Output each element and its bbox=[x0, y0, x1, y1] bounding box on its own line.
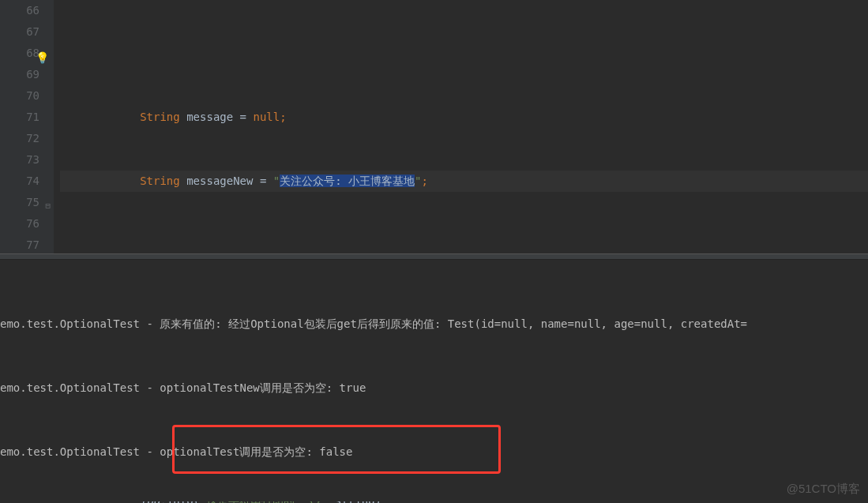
console-line: emo.test.OptionalTest - optionalTestNew调… bbox=[0, 377, 868, 399]
line-number: 74 bbox=[0, 171, 39, 192]
run-console[interactable]: emo.test.OptionalTest - 原来有值的: 经过Optiona… bbox=[0, 260, 868, 501]
intention-bulb-icon[interactable]: 💡 bbox=[36, 47, 49, 69]
code-editor[interactable]: 66 67 68 69 70 71 72 73 74 75 76 77 💡 ⊟ … bbox=[0, 0, 868, 253]
line-number: 76 bbox=[0, 213, 39, 235]
line-number: 72 bbox=[0, 128, 39, 149]
code-line[interactable] bbox=[60, 43, 868, 64]
line-number: 73 bbox=[0, 149, 39, 171]
code-line[interactable] bbox=[60, 235, 868, 256]
console-line: emo.test.OptionalTest - 原来有值的: 经过Optiona… bbox=[0, 313, 868, 335]
line-number: 71 bbox=[0, 107, 39, 128]
code-area[interactable]: String message = null; String messageNew… bbox=[54, 0, 868, 253]
fold-minus-icon[interactable]: ⊟ bbox=[45, 195, 51, 216]
console-output: emo.test.OptionalTest - 原来有值的: 经过Optiona… bbox=[0, 271, 868, 503]
line-number: 77 bbox=[0, 235, 39, 256]
line-number-gutter: 66 67 68 69 70 71 72 73 74 75 76 77 💡 ⊟ bbox=[0, 0, 54, 253]
line-number: 68 bbox=[0, 43, 39, 64]
line-number: 70 bbox=[0, 85, 39, 107]
line-number: 67 bbox=[0, 21, 39, 43]
line-number: 69 bbox=[0, 64, 39, 85]
code-line-current[interactable]: String messageNew = "关注公众号: 小王博客基地"; bbox=[60, 171, 868, 192]
watermark-label: @51CTO博客 bbox=[787, 482, 860, 497]
line-number: 75 bbox=[0, 192, 39, 213]
line-number: 66 bbox=[0, 0, 39, 21]
code-line[interactable]: String message = null; bbox=[60, 107, 868, 128]
selected-text: 关注公众号: 小王博客基地 bbox=[280, 175, 415, 187]
console-line: emo.test.OptionalTest - optionalTest调用是否… bbox=[0, 441, 868, 463]
